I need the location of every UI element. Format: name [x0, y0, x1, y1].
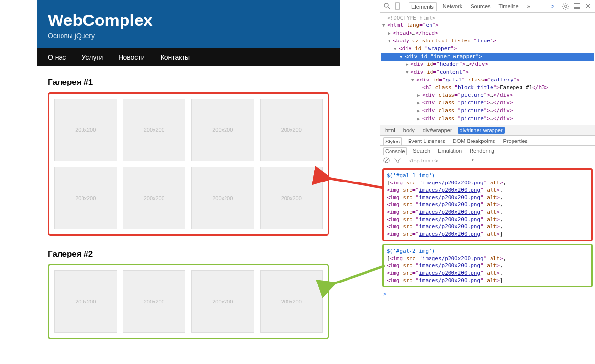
site-content: Галерея #1 200x200 200x200 200x200 200x2… [37, 66, 340, 364]
svg-line-11 [567, 4, 568, 4]
drawer-tabs: Console Search Emulation Rendering [380, 146, 595, 155]
svg-rect-2 [395, 3, 400, 9]
console-prompt[interactable]: > [382, 290, 593, 298]
site-nav: О нас Услуги Новости Контакты [37, 48, 340, 66]
dom-node[interactable]: <div class="picture">…</div> [381, 99, 594, 107]
dom-node[interactable]: <div class="picture">…</div> [381, 115, 594, 122]
tab-styles[interactable]: Styles [383, 137, 402, 145]
inspect-icon[interactable] [383, 2, 390, 10]
dom-tree[interactable]: <!DOCTYPE html> <html lang="en"> <head>…… [380, 13, 595, 125]
gallery-image: 200x200 [191, 270, 254, 333]
tab-dom-breakpoints[interactable]: DOM Breakpoints [451, 137, 497, 145]
devtools-toolbar: Elements Network Sources Timeline » >_ [380, 0, 595, 13]
gallery-2: 200x200 200x200 200x200 200x200 [48, 264, 329, 339]
console-result-line: <img src="images/p200x200.png" alt>, [387, 223, 588, 230]
tab-emulation[interactable]: Emulation [436, 147, 463, 155]
site-subtitle: Основы jQuery [48, 32, 329, 40]
crumb-wrapper[interactable]: div#wrapper [421, 127, 454, 134]
tab-timeline[interactable]: Timeline [496, 2, 521, 10]
console-result-line: <img src="images/p200x200.png" alt>] [387, 277, 588, 284]
gallery-image: 200x200 [191, 167, 254, 229]
console-result-line: <img src="images/p200x200.png" alt>] [387, 230, 588, 238]
dom-node-selected[interactable]: <div id="inner-wrapper"> [381, 53, 594, 61]
tab-rendering[interactable]: Rendering [468, 147, 496, 155]
nav-link-news[interactable]: Новости [118, 53, 144, 61]
nav-link-about[interactable]: О нас [48, 53, 66, 61]
close-icon[interactable] [584, 2, 592, 10]
dom-node[interactable]: <div id="gal-1" class="gallery"> [381, 76, 594, 84]
console-toggle-icon[interactable]: >_ [551, 2, 558, 10]
crumb-inner-wrapper[interactable]: div#inner-wrapper [458, 127, 505, 134]
device-icon[interactable] [394, 2, 401, 10]
gallery-image: 200x200 [260, 99, 323, 161]
dom-node[interactable]: <div class="picture">…</div> [381, 91, 594, 99]
tab-properties[interactable]: Properties [502, 137, 529, 145]
filter-icon[interactable] [394, 158, 401, 164]
webpage-preview: WebComplex Основы jQuery О нас Услуги Но… [37, 0, 340, 364]
console-command: $('#gal-2 img') [387, 247, 588, 255]
dom-node[interactable]: <div id="header">…</div> [381, 61, 594, 68]
tab-sources[interactable]: Sources [468, 2, 492, 10]
dom-node[interactable]: <html lang="en"> [381, 21, 594, 29]
nav-link-services[interactable]: Услуги [82, 53, 103, 61]
frame-select[interactable]: <top frame> [406, 157, 477, 164]
svg-line-17 [385, 158, 389, 162]
gallery-image: 200x200 [54, 270, 117, 333]
nav-link-contacts[interactable]: Контакты [161, 53, 190, 61]
dom-node[interactable]: <head>…</head> [381, 29, 594, 37]
console-output-gal1: $('#gal-1 img') [<img src="images/p200x2… [382, 168, 593, 241]
gallery-image: 200x200 [260, 270, 323, 333]
tab-search[interactable]: Search [411, 147, 431, 155]
gear-icon[interactable] [562, 2, 569, 10]
tab-event-listeners[interactable]: Event Listeners [407, 137, 447, 145]
gallery-1: 200x200 200x200 200x200 200x200 200x200 … [48, 92, 329, 236]
console-result-line: <img src="images/p200x200.png" alt>, [387, 186, 588, 194]
console-result-line: <img src="images/p200x200.png" alt>, [387, 208, 588, 216]
crumb-html[interactable]: html [383, 127, 397, 134]
svg-marker-18 [394, 158, 401, 163]
svg-line-10 [563, 8, 564, 8]
tab-network[interactable]: Network [440, 2, 465, 10]
svg-line-9 [567, 8, 568, 8]
console-result-line: <img src="images/p200x200.png" alt>, [387, 201, 588, 208]
console-body[interactable]: $('#gal-1 img') [<img src="images/p200x2… [380, 166, 595, 300]
tab-elements[interactable]: Elements [409, 2, 437, 11]
breadcrumb: html body div#wrapper div#inner-wrapper [380, 125, 595, 136]
console-result-line: <img src="images/p200x200.png" alt>, [387, 216, 588, 223]
gallery-image: 200x200 [123, 167, 186, 229]
gallery2-title: Галерея #2 [48, 249, 329, 259]
site-title: WebComplex [48, 11, 329, 30]
svg-point-3 [564, 5, 567, 7]
gallery-image: 200x200 [260, 167, 323, 229]
crumb-body[interactable]: body [401, 127, 417, 134]
gallery-image: 200x200 [123, 270, 186, 333]
gallery-image: 200x200 [54, 167, 117, 229]
clear-console-icon[interactable] [383, 157, 390, 164]
svg-line-8 [563, 4, 564, 4]
dom-node[interactable]: <h3 class="block-title">Галерея #1</h3> [381, 84, 594, 91]
dom-node[interactable]: <div id="content"> [381, 68, 594, 76]
gallery-image: 200x200 [123, 99, 186, 161]
console-command: $('#gal-1 img') [387, 172, 588, 179]
dom-node[interactable]: <!DOCTYPE html> [381, 14, 594, 21]
dock-icon[interactable] [573, 2, 580, 10]
console-result-line: <img src="images/p200x200.png" alt>, [387, 269, 588, 277]
svg-point-0 [384, 3, 388, 7]
svg-line-22 [333, 266, 385, 284]
dom-node[interactable]: <body cz-shortcut-listen="true"> [381, 37, 594, 45]
console-toolbar: <top frame> [380, 155, 595, 166]
gallery1-title: Галерея #1 [48, 78, 329, 87]
console-result-line: [<img src="images/p200x200.png" alt>, [387, 179, 588, 186]
dom-node[interactable]: <div id="wrapper"> [381, 45, 594, 53]
dom-node[interactable]: <div class="picture">…</div> [381, 107, 594, 115]
tab-more[interactable]: » [525, 2, 533, 10]
tab-console[interactable]: Console [383, 147, 407, 155]
separator [405, 2, 405, 11]
svg-line-1 [388, 7, 390, 9]
devtools-panel: Elements Network Sources Timeline » >_ <… [380, 0, 595, 364]
styles-tabs: Styles Event Listeners DOM Breakpoints P… [380, 136, 595, 146]
gallery-image: 200x200 [54, 99, 117, 161]
gallery-image: 200x200 [191, 99, 254, 161]
console-result-line: <img src="images/p200x200.png" alt>, [387, 194, 588, 201]
svg-rect-13 [574, 7, 580, 9]
